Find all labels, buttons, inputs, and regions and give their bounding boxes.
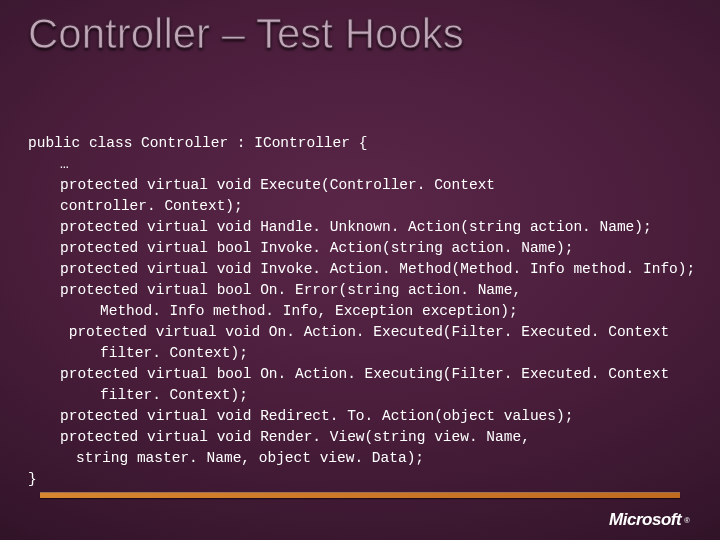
code-line: string master. Name, object view. Data); xyxy=(28,448,692,469)
code-line: protected virtual void Handle. Unknown. … xyxy=(28,217,692,238)
slide-title: Controller – Test Hooks xyxy=(28,10,464,58)
logo-text: Microsoft xyxy=(609,510,681,530)
code-line: protected virtual bool On. Error(string … xyxy=(28,280,692,301)
code-line: protected virtual void Invoke. Action. M… xyxy=(28,259,692,280)
code-line: protected virtual bool Invoke. Action(st… xyxy=(28,238,692,259)
code-line: Method. Info method. Info, Exception exc… xyxy=(28,301,692,322)
footer-divider xyxy=(40,493,680,498)
code-line: protected virtual bool On. Action. Execu… xyxy=(28,364,692,385)
slide: Controller – Test Hooks public class Con… xyxy=(0,0,720,540)
registered-icon: ® xyxy=(684,516,690,525)
code-line: protected virtual void Redirect. To. Act… xyxy=(28,406,692,427)
code-line: controller. Context); xyxy=(28,196,692,217)
code-line: … xyxy=(28,154,692,175)
code-block: public class Controller : IController { … xyxy=(28,112,692,490)
code-line: protected virtual void Render. View(stri… xyxy=(28,427,692,448)
code-line: filter. Context); xyxy=(28,343,692,364)
code-line: protected virtual void On. Action. Execu… xyxy=(28,322,692,343)
code-line: filter. Context); xyxy=(28,385,692,406)
code-line: protected virtual void Execute(Controlle… xyxy=(28,175,692,196)
code-line: } xyxy=(28,471,37,487)
code-line: public class Controller : IController { xyxy=(28,135,367,151)
microsoft-logo: Microsoft® xyxy=(609,510,690,530)
